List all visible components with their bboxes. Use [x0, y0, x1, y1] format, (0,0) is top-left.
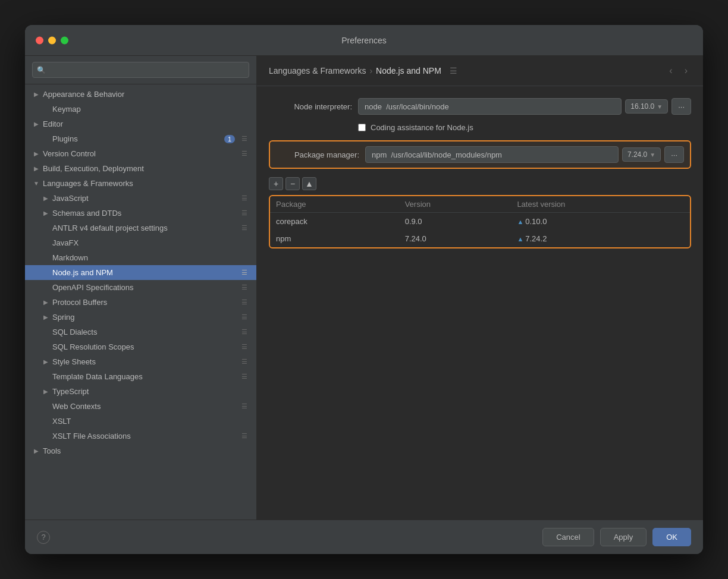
- sidebar-item-spring[interactable]: ▶ Spring ☰: [25, 310, 256, 325]
- sidebar-item-protocol-buffers[interactable]: ▶ Protocol Buffers ☰: [25, 295, 256, 310]
- sidebar-item-markdown[interactable]: Markdown: [25, 250, 256, 265]
- close-button[interactable]: [36, 36, 43, 44]
- sidebar-item-typescript[interactable]: ▶ TypeScript: [25, 384, 256, 399]
- nav-forward-button[interactable]: ›: [681, 64, 691, 77]
- sidebar-item-openapi[interactable]: OpenAPI Specifications ☰: [25, 280, 256, 295]
- sidebar-item-build[interactable]: ▶ Build, Execution, Deployment: [25, 161, 256, 176]
- minimize-button[interactable]: [48, 36, 56, 44]
- settings-icon: ☰: [240, 329, 249, 336]
- settings-icon: ☰: [240, 195, 249, 202]
- chevron-right-icon: ▶: [42, 209, 50, 218]
- node-interpreter-control: 16.10.0 ▼ ···: [358, 98, 691, 115]
- sidebar-item-tools[interactable]: ▶ Tools: [25, 443, 256, 458]
- sidebar-item-plugins[interactable]: Plugins 1 ☰: [25, 131, 256, 146]
- col-header-version: Version: [399, 196, 512, 213]
- maximize-button[interactable]: [61, 36, 68, 44]
- pkg-version-npm: 7.24.0: [399, 230, 512, 247]
- node-interpreter-input[interactable]: [358, 98, 622, 115]
- settings-icon: ☰: [240, 136, 249, 143]
- chevron-right-icon: ▶: [32, 120, 40, 128]
- sidebar-item-sql-dialects[interactable]: SQL Dialects ☰: [25, 325, 256, 339]
- main-content: 🔍 ▶ Appearance & Behavior Keymap ▶: [25, 56, 703, 520]
- spacer: [42, 417, 50, 426]
- sidebar-item-template-data[interactable]: Template Data Languages ☰: [25, 369, 256, 384]
- chevron-right-icon: ▶: [32, 90, 40, 99]
- sidebar-item-keymap[interactable]: Keymap: [25, 102, 256, 117]
- spacer: [42, 402, 50, 411]
- coding-assistance-checkbox[interactable]: [358, 124, 366, 131]
- help-button[interactable]: ?: [37, 531, 50, 544]
- table-row[interactable]: corepack 0.9.0 ▲0.10.0: [270, 213, 690, 231]
- spacer: [42, 105, 50, 114]
- bottom-left: ?: [37, 531, 50, 544]
- spacer: [42, 239, 50, 247]
- sidebar-item-label: Editor: [43, 119, 63, 128]
- chevron-right-icon: ▶: [42, 313, 50, 322]
- pkg-latest-corepack: ▲0.10.0: [511, 213, 690, 231]
- sidebar-item-label: Build, Execution, Deployment: [43, 164, 144, 173]
- sidebar-item-sql-resolution[interactable]: SQL Resolution Scopes ☰: [25, 339, 256, 354]
- sidebar-item-label: XSLT: [52, 417, 71, 426]
- node-version-badge: 16.10.0 ▼: [625, 99, 668, 114]
- chevron-right-icon: ▶: [32, 165, 40, 173]
- sidebar-item-antlr[interactable]: ANTLR v4 default project settings ☰: [25, 221, 256, 235]
- sidebar-item-label: Schemas and DTDs: [52, 209, 121, 218]
- col-header-package: Package: [270, 196, 399, 213]
- sidebar-item-label: TypeScript: [52, 387, 89, 396]
- sidebar-item-editor[interactable]: ▶ Editor: [25, 117, 256, 131]
- sidebar-item-javascript[interactable]: ▶ JavaScript ☰: [25, 191, 256, 206]
- sidebar-item-label: JavaScript: [52, 194, 89, 203]
- sidebar-item-languages[interactable]: ▼ Languages & Frameworks: [25, 176, 256, 191]
- right-panel: Languages & Frameworks › Node.js and NPM…: [257, 56, 703, 520]
- settings-icon: ☰: [240, 284, 249, 291]
- sidebar-item-xslt-file[interactable]: XSLT File Associations ☰: [25, 429, 256, 443]
- package-manager-input[interactable]: [365, 146, 619, 163]
- sidebar-item-schemas[interactable]: ▶ Schemas and DTDs ☰: [25, 206, 256, 221]
- search-input[interactable]: [32, 62, 249, 78]
- pkg-version-text: 7.24.0: [627, 150, 647, 159]
- traffic-lights: [36, 36, 68, 44]
- remove-package-button[interactable]: −: [285, 177, 300, 190]
- spacer: [42, 284, 50, 292]
- nav-arrows: ‹ ›: [666, 64, 691, 77]
- apply-button[interactable]: Apply: [600, 528, 647, 546]
- node-version-text: 16.10.0: [630, 102, 654, 111]
- sidebar-item-label: Protocol Buffers: [52, 298, 107, 307]
- sidebar-item-label: Template Data Languages: [52, 372, 143, 381]
- pkg-version-badge: 7.24.0 ▼: [622, 147, 661, 162]
- pkg-latest-npm: ▲7.24.2: [511, 230, 690, 247]
- cancel-button[interactable]: Cancel: [542, 528, 594, 546]
- sidebar-item-version-control[interactable]: ▶ Version Control ☰: [25, 146, 256, 161]
- sidebar-item-javafx[interactable]: JavaFX: [25, 235, 256, 250]
- sidebar-item-label: ANTLR v4 default project settings: [52, 224, 168, 232]
- breadcrumb-parent: Languages & Frameworks: [269, 66, 366, 75]
- sidebar-item-label: SQL Dialects: [52, 328, 97, 336]
- chevron-right-icon: ▶: [32, 447, 40, 455]
- spacer: [42, 373, 50, 381]
- settings-icon: ☰: [240, 299, 249, 306]
- sidebar-item-label: OpenAPI Specifications: [52, 283, 134, 292]
- spacer: [42, 135, 50, 143]
- table-row[interactable]: npm 7.24.0 ▲7.24.2: [270, 230, 690, 247]
- nav-back-button[interactable]: ‹: [666, 64, 676, 77]
- package-manager-browse-button[interactable]: ···: [664, 146, 684, 163]
- spacer: [42, 343, 50, 351]
- chevron-right-icon: ▶: [32, 150, 40, 158]
- sidebar-item-xslt[interactable]: XSLT: [25, 414, 256, 429]
- sidebar-item-style-sheets[interactable]: ▶ Style Sheets ☰: [25, 354, 256, 369]
- settings-icon: ☰: [240, 344, 249, 351]
- sidebar-item-label: Markdown: [52, 253, 88, 262]
- add-package-button[interactable]: +: [269, 177, 283, 190]
- sidebar-item-web-contexts[interactable]: Web Contexts ☰: [25, 399, 256, 414]
- settings-icon: ☰: [240, 150, 249, 158]
- settings-icon: ☰: [240, 373, 249, 380]
- update-package-button[interactable]: ▲: [302, 177, 316, 190]
- bottom-bar: ? Cancel Apply OK: [25, 520, 703, 554]
- node-interpreter-browse-button[interactable]: ···: [671, 98, 691, 115]
- ok-button[interactable]: OK: [652, 528, 691, 546]
- sidebar-item-label: Tools: [43, 446, 61, 455]
- sidebar-item-label: Languages & Frameworks: [43, 179, 133, 188]
- sidebar-item-appearance[interactable]: ▶ Appearance & Behavior: [25, 87, 256, 102]
- sidebar-item-nodejs[interactable]: Node.js and NPM ☰: [25, 265, 256, 280]
- breadcrumb-separator: ›: [369, 66, 372, 75]
